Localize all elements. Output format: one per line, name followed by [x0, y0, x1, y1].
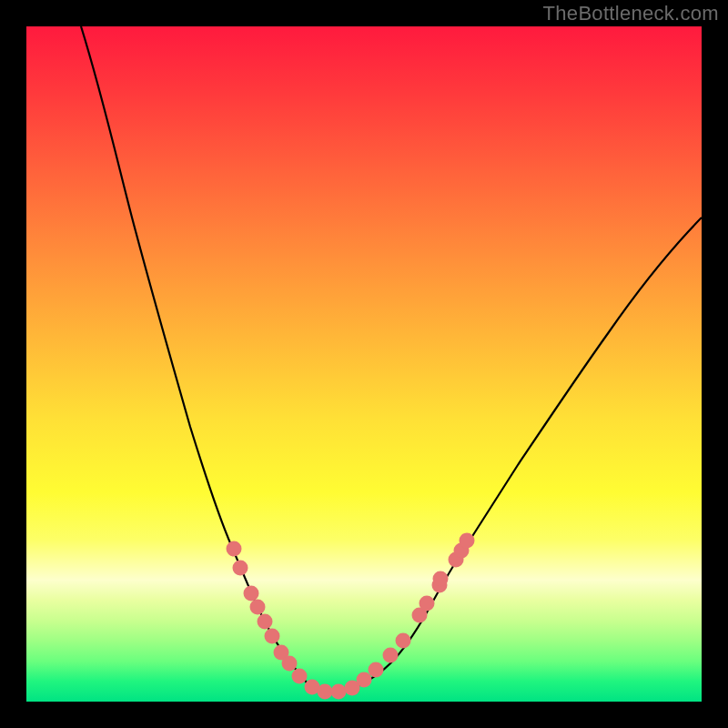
data-point-dot [420, 596, 435, 612]
data-point-dot [331, 684, 347, 700]
data-point-dot [265, 629, 280, 644]
data-point-dot [305, 680, 320, 695]
data-point-dot [369, 662, 384, 678]
data-point-dot [449, 552, 464, 568]
data-point-dot [244, 586, 259, 602]
bottleneck-curve [81, 26, 702, 693]
data-point-dot [383, 648, 399, 663]
chart-plot-area [26, 26, 702, 702]
data-point-dot [454, 543, 470, 559]
data-point-dot [345, 681, 360, 696]
data-point-dot [233, 561, 248, 576]
data-point-dot [460, 533, 475, 549]
data-point-dot [412, 608, 428, 623]
data-point-dot [318, 684, 333, 700]
data-point-dot [292, 669, 308, 684]
chart-svg [26, 26, 702, 702]
data-point-dot [433, 571, 449, 587]
data-point-dot [250, 600, 266, 615]
data-point-dot [227, 541, 242, 557]
data-point-dot [274, 645, 289, 661]
watermark-text: TheBottleneck.com [543, 2, 719, 25]
data-point-dot [396, 633, 411, 649]
data-point-dot [432, 578, 448, 593]
data-dots [227, 533, 475, 700]
data-point-dot [357, 672, 372, 688]
data-point-dot [282, 656, 298, 672]
data-point-dot [258, 614, 273, 630]
